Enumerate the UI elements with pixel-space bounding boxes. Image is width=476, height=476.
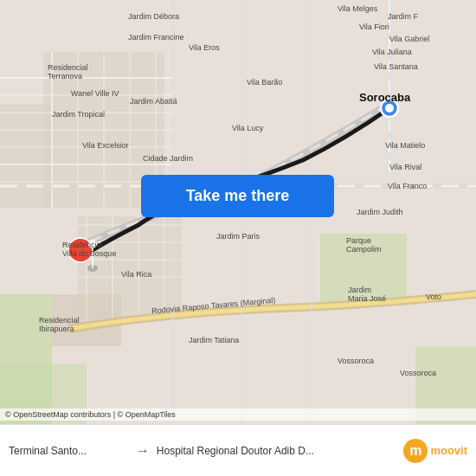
map-label-cidade-jardim: Cidade Jardim — [143, 154, 193, 163]
map-label-voto: Voto — [426, 293, 441, 301]
map-label-vila-rival: Vila Rival — [389, 163, 421, 171]
map-label-vila-excelsior: Vila Excelsior — [82, 141, 129, 150]
map-label-jardim-maria: JardimMaria José — [348, 286, 386, 303]
map-label-jardim-abatia: Jardim Abatiá — [130, 97, 177, 106]
map-label-vila-matielo: Vila Matielo — [385, 141, 425, 150]
map-label-vila-eros: Vila Eros — [189, 43, 220, 52]
route-to: Hospital Regional Doutor Adib D... — [157, 445, 397, 457]
route-arrow: → — [136, 443, 150, 459]
map-label-jardim-judith: Jardim Judith — [357, 208, 403, 216]
svg-point-37 — [385, 104, 394, 113]
map-attribution: © OpenStreetMap contributors | © OpenMap… — [0, 408, 476, 421]
map-label-vila-fiori: Vila Fiori — [359, 23, 389, 31]
map-label-vila-gabriel: Vila Gabriel — [389, 35, 429, 43]
map-label-vila-barao: Vila Barão — [247, 78, 282, 87]
svg-rect-7 — [0, 104, 52, 208]
moovit-logo-text: moovit — [430, 444, 467, 457]
map-label-vila-santana: Vila Santana — [374, 62, 418, 71]
map-label-residencial-terranova: ResidencialTerranova — [48, 63, 88, 80]
map-label-vila-franco: Vila Franco — [388, 182, 427, 190]
map-label-jardim-debora: Jardim Débora — [128, 12, 179, 21]
bottom-bar: Terminal Santo... → Hospital Regional Do… — [0, 424, 476, 476]
map-label-vila-rica: Vila Rica — [121, 270, 151, 279]
map-label-jardim-fiori: Jardim F — [388, 12, 418, 21]
map-label-sorocaba: Sorocaba — [359, 91, 410, 104]
map-label-parque-campolim: ParqueCampolim — [346, 236, 382, 254]
map-label-jardim-tatiana: Jardim Tatiana — [189, 336, 239, 344]
map-label-jardim-paris: Jardim Paris — [216, 232, 260, 241]
map-label-vila-melges: Vila Melges — [338, 4, 377, 13]
route-from: Terminal Santo... — [9, 445, 129, 457]
moovit-logo-icon: m — [403, 439, 428, 463]
moovit-logo: m moovit — [403, 439, 467, 463]
map-label-jardim-francine: Jardim Francine — [128, 33, 184, 42]
map-container: Sorocaba Jardim Débora Vila Melges Jardi… — [0, 0, 476, 424]
map-label-jardim-tropical: Jardim Tropical — [52, 110, 105, 119]
map-label-vossoroca1: Vossoroca — [338, 357, 374, 365]
map-label-res-ibirapuera: ResidencialIbirapuera — [39, 316, 80, 333]
map-label-wanel: Wanel Ville IV — [71, 89, 119, 98]
map-label-residencial-villa: ResidencialVilla do Bosque — [62, 241, 116, 258]
map-label-vila-lucy: Vila Lucy — [232, 124, 263, 132]
map-label-vila-juliana: Vila Juliana — [372, 48, 412, 56]
take-me-there-button[interactable]: Take me there — [141, 175, 334, 217]
map-label-vossoroca2: Vossoroca — [400, 369, 436, 377]
